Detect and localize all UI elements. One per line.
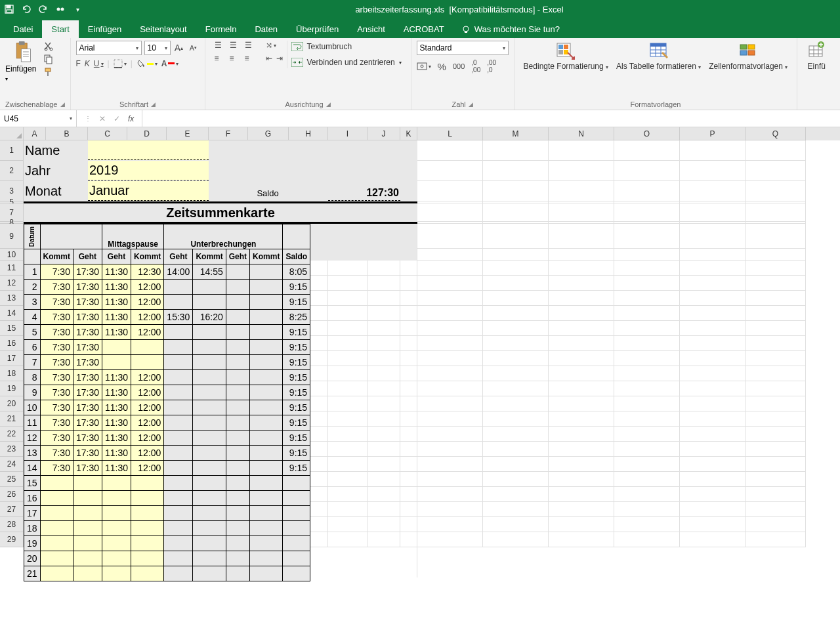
table-row[interactable]: 7 7:30 17:30 9:15 xyxy=(24,355,310,370)
col-header[interactable]: G xyxy=(248,127,289,140)
cell-styles-button[interactable]: Zellenformatvorlagen ▾ xyxy=(705,41,791,71)
row-header[interactable]: 17 xyxy=(0,351,24,366)
name-box[interactable]: U45▾ xyxy=(0,110,77,127)
table-row[interactable]: 13 7:30 17:30 11:30 12:00 9:15 xyxy=(24,446,310,461)
row-header[interactable]: 15 xyxy=(0,321,24,336)
table-row[interactable]: 9 7:30 17:30 11:30 12:00 9:15 xyxy=(24,385,310,400)
font-dialog-icon[interactable]: ◢ xyxy=(151,101,156,108)
row-header[interactable]: 2 xyxy=(0,161,24,181)
table-row[interactable]: 16 xyxy=(24,491,310,506)
row-header[interactable]: 27 xyxy=(0,502,24,517)
row-header[interactable]: 12 xyxy=(0,276,24,291)
col-header[interactable]: O xyxy=(614,127,680,140)
conditional-format-button[interactable]: Bedingte Formatierung ▾ xyxy=(520,41,612,71)
table-row[interactable]: 8 7:30 17:30 11:30 12:00 9:15 xyxy=(24,370,310,385)
qat-more-icon[interactable]: ▾ xyxy=(72,4,83,14)
font-size-combo[interactable]: 10▾ xyxy=(144,41,171,55)
align-middle-icon[interactable]: ☰ xyxy=(230,41,243,50)
align-left-icon[interactable]: ≡ xyxy=(215,54,228,63)
col-header[interactable]: B xyxy=(46,127,88,140)
format-painter-icon[interactable] xyxy=(43,67,54,77)
row-header[interactable]: 13 xyxy=(0,291,24,306)
col-header[interactable]: L xyxy=(417,127,483,140)
row-header[interactable]: 18 xyxy=(0,366,24,381)
tell-me[interactable]: Was möchten Sie tun? xyxy=(453,20,568,38)
tab-formeln[interactable]: Formeln xyxy=(196,20,246,38)
tab-seitenlayout[interactable]: Seitenlayout xyxy=(131,20,196,38)
cancel-icon[interactable]: ✕ xyxy=(99,114,106,123)
format-table-button[interactable]: Als Tabelle formatieren ▾ xyxy=(612,41,705,71)
cut-icon[interactable] xyxy=(43,41,54,51)
percent-icon[interactable]: % xyxy=(438,61,446,72)
year-input[interactable]: 2019 xyxy=(88,161,209,180)
row-header[interactable]: 11 xyxy=(0,261,24,276)
touch-icon[interactable] xyxy=(55,4,66,14)
formula-input[interactable] xyxy=(142,110,840,127)
col-header[interactable]: F xyxy=(209,127,248,140)
underline-button[interactable]: U ▾ xyxy=(94,59,104,68)
fill-color-button[interactable]: ▾ xyxy=(136,59,158,68)
increase-indent-icon[interactable]: ⇥ xyxy=(276,54,283,63)
table-row[interactable]: 12 7:30 17:30 11:30 12:00 9:15 xyxy=(24,430,310,446)
save-icon[interactable] xyxy=(4,4,14,14)
clipboard-dialog-icon[interactable]: ◢ xyxy=(60,101,65,108)
table-row[interactable]: 15 xyxy=(24,476,310,491)
italic-button[interactable]: K xyxy=(85,59,90,68)
currency-icon[interactable]: ▾ xyxy=(417,62,431,71)
tab-überprüfen[interactable]: Überprüfen xyxy=(287,20,348,38)
tab-einfügen[interactable]: Einfügen xyxy=(79,20,131,38)
increase-font-icon[interactable]: A▴ xyxy=(173,42,185,54)
table-row[interactable]: 5 7:30 17:30 11:30 12:00 9:15 xyxy=(24,325,310,340)
table-row[interactable]: 21 xyxy=(24,566,310,581)
row-header[interactable]: 10 xyxy=(0,249,24,261)
col-header[interactable]: A xyxy=(24,127,46,140)
table-row[interactable]: 17 xyxy=(24,506,310,521)
tab-daten[interactable]: Daten xyxy=(245,20,287,38)
tab-datei[interactable]: Datei xyxy=(4,20,42,38)
row-header[interactable]: 21 xyxy=(0,411,24,427)
col-header[interactable]: H xyxy=(289,127,328,140)
borders-button[interactable]: ▾ xyxy=(114,59,127,68)
row-header[interactable]: 23 xyxy=(0,442,24,457)
select-all-corner[interactable] xyxy=(0,127,24,140)
redo-icon[interactable] xyxy=(38,4,49,14)
decrease-font-icon[interactable]: A▾ xyxy=(188,42,200,54)
row-header[interactable]: 20 xyxy=(0,396,24,411)
col-header[interactable]: J xyxy=(368,127,400,140)
comma-icon[interactable]: 000 xyxy=(453,62,465,70)
fx-icon[interactable]: fx xyxy=(128,114,134,123)
month-input[interactable]: Januar xyxy=(88,181,209,201)
spreadsheet[interactable]: ABCDEFGHIJKLMNOPQ 1235789101112131415161… xyxy=(0,127,840,547)
row-header[interactable]: 24 xyxy=(0,457,24,472)
row-header[interactable]: 22 xyxy=(0,427,24,442)
row-header[interactable]: 29 xyxy=(0,532,24,547)
table-row[interactable]: 6 7:30 17:30 9:15 xyxy=(24,340,310,355)
table-row[interactable]: 2 7:30 17:30 11:30 12:00 9:15 xyxy=(24,280,310,295)
table-row[interactable]: 11 7:30 17:30 11:30 12:00 9:15 xyxy=(24,415,310,430)
col-header[interactable]: K xyxy=(400,127,417,140)
row-header[interactable]: 14 xyxy=(0,306,24,321)
table-row[interactable]: 4 7:30 17:30 11:30 12:00 15:30 16:20 8:2… xyxy=(24,310,310,325)
increase-decimal-icon[interactable]: ,0,00 xyxy=(471,59,480,74)
table-row[interactable]: 19 xyxy=(24,536,310,551)
col-header[interactable]: Q xyxy=(746,127,806,140)
copy-icon[interactable] xyxy=(43,54,54,64)
align-center-icon[interactable]: ≡ xyxy=(230,54,243,63)
font-name-combo[interactable]: Arial▾ xyxy=(76,41,142,55)
row-header[interactable]: 19 xyxy=(0,381,24,396)
row-header[interactable]: 26 xyxy=(0,487,24,502)
name-input[interactable] xyxy=(88,140,209,160)
col-header[interactable]: I xyxy=(328,127,368,140)
paste-icon[interactable] xyxy=(13,41,33,63)
number-dialog-icon[interactable]: ◢ xyxy=(469,101,473,108)
tab-start[interactable]: Start xyxy=(42,20,78,38)
col-header[interactable]: N xyxy=(549,127,614,140)
merge-center-button[interactable]: Verbinden und zentrieren ▾ xyxy=(291,56,402,68)
font-color-button[interactable]: A▾ xyxy=(161,59,179,68)
wrap-text-button[interactable]: Textumbruch xyxy=(291,41,402,52)
bold-button[interactable]: F xyxy=(76,59,81,68)
orientation-icon[interactable]: ⤭ ▾ xyxy=(266,41,283,50)
row-header[interactable]: 16 xyxy=(0,336,24,351)
tab-acrobat[interactable]: ACROBAT xyxy=(394,20,453,38)
paste-button[interactable]: Einfügen ▾ xyxy=(5,64,41,83)
